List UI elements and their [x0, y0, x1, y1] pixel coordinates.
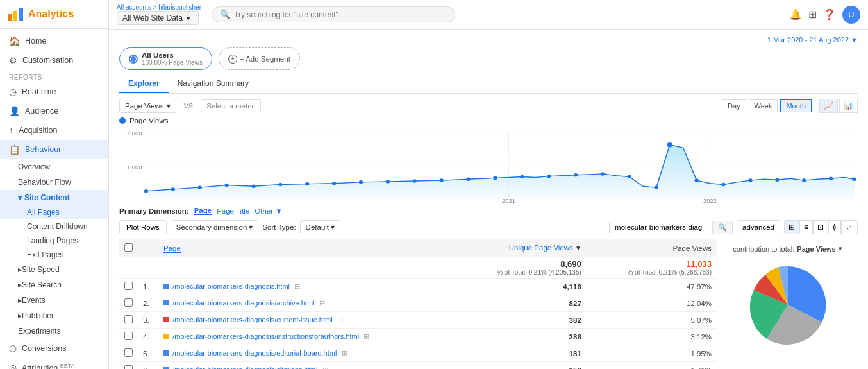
- contribution-label-text: contribution to total:: [733, 245, 794, 253]
- row-checkbox[interactable]: [124, 298, 133, 307]
- dimension-other-link[interactable]: Other ▼: [255, 207, 282, 215]
- contribution-header: contribution to total: Page Views ▾: [733, 245, 842, 253]
- property-selector[interactable]: All Web Site Data ▼: [117, 11, 199, 25]
- bar-chart-button[interactable]: 📊: [839, 99, 858, 113]
- row-number: 5.: [138, 345, 158, 362]
- date-range-text[interactable]: 1 Mar 2020 - 21 Aug 2022 ▼: [767, 36, 858, 44]
- chart-controls: Page Views ▾ VS Select a metric Day Week…: [119, 99, 858, 113]
- avatar[interactable]: U: [842, 6, 860, 24]
- unique-pv-cell: 382: [456, 312, 587, 329]
- sidebar-item-overview[interactable]: Overview: [0, 159, 108, 175]
- sidebar-item-site-speed[interactable]: ▸ Site Speed: [0, 262, 108, 277]
- sidebar-item-site-search[interactable]: ▸ Site Search: [0, 277, 108, 293]
- advanced-button[interactable]: advanced: [737, 220, 780, 234]
- row-number: 4.: [138, 329, 158, 345]
- sidebar-item-customisation[interactable]: ⚙ Customisation: [0, 51, 108, 70]
- page-link[interactable]: /molecular-biomarkers-diagnosis.html: [172, 282, 290, 290]
- svg-point-14: [305, 182, 309, 186]
- search-filter[interactable]: 🔍: [609, 221, 733, 234]
- sidebar-item-landing-pages[interactable]: Landing Pages: [0, 234, 108, 248]
- svg-point-29: [695, 178, 699, 182]
- sidebar-item-events[interactable]: ▸ Events: [0, 293, 108, 308]
- all-users-segment[interactable]: All Users 100.00% Page Views: [119, 47, 212, 70]
- plot-rows-button[interactable]: Plot Rows: [119, 220, 167, 234]
- svg-point-22: [520, 175, 524, 179]
- row-checkbox[interactable]: [124, 365, 133, 369]
- behaviour-label: Behaviour: [25, 145, 61, 154]
- sidebar-item-experiments[interactable]: Experiments: [0, 323, 108, 339]
- page-link[interactable]: /molecular-biomarkers-diagnosis/archive.…: [172, 299, 314, 307]
- compare-icon[interactable]: ⊞: [363, 332, 369, 340]
- svg-point-15: [332, 182, 336, 185]
- svg-point-33: [802, 178, 806, 182]
- landing-pages-label: Landing Pages: [27, 236, 78, 245]
- unique-pv-column-header[interactable]: Unique Page Views ▼: [456, 239, 587, 257]
- sidebar-item-realtime[interactable]: ◷ Real-time: [0, 82, 108, 101]
- page-sort-link[interactable]: Page: [163, 245, 181, 253]
- row-checkbox[interactable]: [124, 282, 133, 290]
- search-input[interactable]: [234, 10, 447, 19]
- sparkline-view-button[interactable]: ⟋: [841, 220, 858, 234]
- search-bar[interactable]: 🔍: [212, 6, 455, 22]
- row-checkbox[interactable]: [124, 315, 133, 323]
- add-segment-button[interactable]: + + Add Segment: [219, 47, 300, 70]
- metric-selector[interactable]: Page Views ▾: [119, 99, 176, 113]
- notifications-icon[interactable]: 🔔: [789, 8, 802, 21]
- sidebar-item-exit-pages[interactable]: Exit Pages: [0, 248, 108, 262]
- page-link[interactable]: /molecular-biomarkers-diagnosis/editoria…: [172, 349, 337, 357]
- compare-icon[interactable]: ⊞: [342, 349, 347, 357]
- breadcrumb[interactable]: All accounts > hilarispublisher: [117, 4, 201, 11]
- unique-pv-cell: 4,116: [456, 279, 587, 295]
- select-metric-dropdown[interactable]: Select a metric: [201, 99, 261, 112]
- filter-search-button[interactable]: 🔍: [712, 221, 732, 234]
- compare-icon[interactable]: ⊞: [322, 366, 328, 369]
- sidebar-item-publisher[interactable]: ▸ Publisher: [0, 308, 108, 323]
- primary-dimension-label: Primary Dimension:: [119, 207, 189, 215]
- page-link[interactable]: /molecular-biomarkers-diagnosis/instruct…: [172, 332, 359, 340]
- svg-point-16: [359, 180, 363, 184]
- page-link[interactable]: /molecular-biomarkers-diagnosis/citation…: [172, 366, 317, 369]
- sidebar-item-acquisition[interactable]: ↑ Acquisition: [0, 121, 108, 140]
- compare-icon[interactable]: ⊞: [294, 282, 300, 290]
- sidebar-item-home[interactable]: 🏠 Home: [0, 31, 108, 51]
- day-button[interactable]: Day: [722, 99, 746, 112]
- svg-point-13: [278, 183, 282, 187]
- behaviour-flow-label: Behaviour Flow: [18, 178, 71, 187]
- page-link[interactable]: /molecular-biomarkers-diagnosis/current-…: [172, 316, 332, 323]
- unique-pv-sort-link[interactable]: Unique Page Views: [509, 244, 573, 252]
- compare-icon[interactable]: ⊞: [337, 316, 343, 323]
- chart-type-buttons: 📈 📊: [819, 99, 858, 113]
- page-column-header[interactable]: Page: [158, 239, 456, 257]
- row-checkbox[interactable]: [124, 348, 133, 357]
- dimension-page-link[interactable]: Page: [194, 207, 212, 215]
- pivot-view-button[interactable]: ⊡: [813, 220, 828, 234]
- tab-explorer[interactable]: Explorer: [119, 75, 169, 93]
- help-icon[interactable]: ❓: [823, 8, 836, 21]
- sort-default-label: Default: [306, 223, 329, 231]
- row-checkbox[interactable]: [124, 332, 133, 340]
- week-button[interactable]: Week: [749, 99, 778, 112]
- line-chart-button[interactable]: 📈: [819, 99, 838, 113]
- sidebar-item-site-content[interactable]: ▾ Site Content: [0, 190, 108, 205]
- dimension-pagetitle-link[interactable]: Page Title: [217, 207, 249, 215]
- secondary-dimension-selector[interactable]: Secondary dimension ▾: [171, 220, 259, 234]
- compare-view-button[interactable]: ≬: [828, 220, 841, 234]
- sidebar-item-conversions[interactable]: ⬡ Conversions: [0, 339, 108, 358]
- grid-view-button[interactable]: ⊞: [784, 220, 799, 234]
- list-view-button[interactable]: ≡: [799, 220, 813, 234]
- date-range[interactable]: 1 Mar 2020 - 21 Aug 2022 ▼: [119, 36, 858, 44]
- filter-input[interactable]: [610, 221, 712, 233]
- sort-type-selector[interactable]: Default ▾: [300, 220, 340, 234]
- month-button[interactable]: Month: [780, 99, 812, 112]
- apps-icon[interactable]: ⊞: [808, 8, 817, 21]
- sidebar-item-behaviour-flow[interactable]: Behaviour Flow: [0, 175, 108, 190]
- sidebar-item-audience[interactable]: 👤 Audience: [0, 101, 108, 121]
- sidebar-item-content-drilldown[interactable]: Content Drilldown: [0, 219, 108, 234]
- sidebar-item-attribution[interactable]: ◎ Attribution BETA: [0, 358, 108, 369]
- sidebar-item-all-pages[interactable]: All Pages: [0, 205, 108, 219]
- tab-navigation-summary[interactable]: Navigation Summary: [169, 75, 258, 93]
- table-view-buttons: ⊞ ≡ ⊡ ≬ ⟋: [784, 220, 858, 234]
- sidebar-item-behaviour[interactable]: 📋 Behaviour: [0, 140, 108, 159]
- compare-icon[interactable]: ⊞: [319, 299, 325, 307]
- select-all-checkbox[interactable]: [124, 243, 133, 252]
